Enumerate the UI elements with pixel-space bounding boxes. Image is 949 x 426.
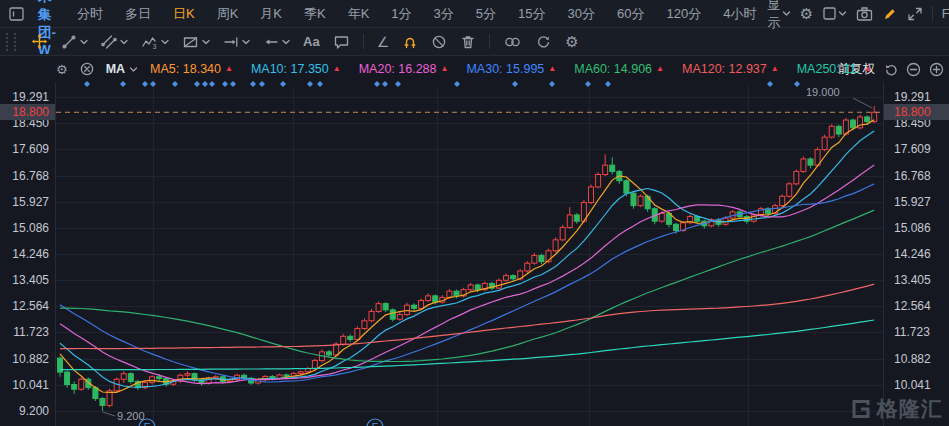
up-triangle-icon: ▲ — [548, 65, 556, 73]
period-tab-5分[interactable]: 5分 — [465, 5, 507, 23]
camera-icon[interactable] — [856, 6, 873, 22]
period-tab-季K[interactable]: 季K — [293, 5, 337, 23]
angle-tool[interactable]: ∠ — [377, 34, 390, 50]
period-tab-15分[interactable]: 15分 — [507, 5, 556, 23]
drawing-settings-tool[interactable]: ⚙ — [565, 34, 578, 49]
chevron-down-icon — [782, 9, 791, 18]
divider — [932, 6, 933, 21]
chevron-down-icon — [129, 65, 138, 74]
current-price-label: 18.800 — [884, 104, 949, 120]
indicator-bar: ⚙ MA MA5: 18.340▲MA10: 17.350▲MA20: 16.2… — [0, 56, 949, 82]
y-axis-label: 9.200 — [19, 404, 49, 418]
chevron-down-icon — [838, 9, 847, 18]
y-axis-label: 13.405 — [12, 273, 49, 287]
ma-item-MA60: MA60: 14.906▲ — [574, 62, 664, 76]
period-tab-120分[interactable]: 120分 — [655, 5, 712, 23]
period-tab-日K[interactable]: 日K — [162, 5, 206, 23]
ma-line-5 — [60, 120, 874, 393]
chevron-down-icon — [202, 38, 210, 46]
period-tab-周K[interactable]: 周K — [206, 5, 250, 23]
settings-gear-icon[interactable]: ⚙ — [800, 6, 813, 21]
ma-item-MA5: MA5: 18.340▲ — [150, 62, 233, 76]
arrow-left-tool[interactable] — [263, 34, 290, 50]
layout-dropdown[interactable] — [822, 6, 847, 21]
fullscreen-icon[interactable] — [907, 6, 923, 22]
text-tool[interactable]: Aa — [303, 34, 320, 49]
y-axis-label: 17.609 — [894, 142, 931, 156]
display-dropdown[interactable]: 显示 — [767, 0, 790, 32]
chevron-down-icon — [242, 38, 250, 46]
y-axis-label: 19.291 — [12, 90, 49, 104]
link-charts-tool[interactable] — [503, 34, 522, 50]
low-annotation: 9.200 — [117, 410, 145, 422]
ma-line-250 — [60, 320, 874, 370]
period-tab-3分[interactable]: 3分 — [423, 5, 465, 23]
f10-button[interactable]: F10 — [942, 6, 949, 21]
right-price-axis[interactable]: 19.29118.45017.60916.76815.92715.08614.2… — [884, 56, 949, 426]
delete-drawings-tool[interactable] — [460, 34, 476, 50]
svg-text:3: 3 — [153, 42, 157, 49]
trend-line-tool[interactable] — [61, 34, 88, 50]
period-tab-1分[interactable]: 1分 — [380, 5, 422, 23]
toolbar-drag-handle[interactable] — [6, 33, 16, 51]
left-price-axis[interactable]: 19.29118.45017.60916.76815.92715.08614.2… — [0, 56, 55, 426]
y-axis-label: 10.041 — [894, 378, 931, 392]
y-axis-label: 15.927 — [894, 195, 931, 209]
period-tab-60分[interactable]: 60分 — [606, 5, 655, 23]
period-tab-分时[interactable]: 分时 — [66, 5, 114, 23]
ma-line-60 — [60, 210, 874, 361]
current-price-label: 18.800 — [0, 104, 55, 120]
magnet-tool[interactable] — [402, 34, 418, 50]
indicator-close-icon[interactable] — [80, 62, 94, 76]
y-axis-label: 16.768 — [894, 169, 931, 183]
period-tab-4小时[interactable]: 4小时 — [712, 5, 767, 23]
top-toolbar: 小米集团-W 分时多日日K周K月K季K年K1分3分5分15分30分60分120分… — [0, 0, 949, 28]
y-axis-label: 10.882 — [12, 352, 49, 366]
period-tab-30分[interactable]: 30分 — [557, 5, 606, 23]
period-tab-多日[interactable]: 多日 — [114, 5, 162, 23]
period-tab-月K[interactable]: 月K — [249, 5, 293, 23]
high-annotation: 19.000 — [806, 86, 840, 98]
divider — [363, 34, 364, 49]
divider — [489, 34, 490, 49]
y-axis-label: 10.041 — [12, 378, 49, 392]
y-axis-label: 11.723 — [894, 325, 930, 339]
ma-values: MA5: 18.340▲MA10: 17.350▲MA20: 16.288▲MA… — [150, 62, 872, 76]
chevron-down-icon — [161, 38, 169, 46]
move-cross-tool[interactable] — [31, 33, 48, 50]
watermark-text: 格隆汇 — [877, 395, 943, 423]
y-axis-label: 11.723 — [13, 325, 49, 339]
up-triangle-icon: ▲ — [656, 65, 664, 73]
y-axis-label: 15.086 — [12, 221, 49, 235]
period-tab-年K[interactable]: 年K — [337, 5, 381, 23]
pattern-box-tool[interactable] — [182, 34, 210, 50]
y-axis-label: 17.609 — [12, 142, 49, 156]
channel-tool[interactable] — [101, 34, 128, 50]
indicator-settings-icon[interactable]: ⚙ — [56, 62, 68, 77]
period-tabs: 分时多日日K周K月K季K年K1分3分5分15分30分60分120分4小时 — [66, 5, 767, 23]
ma-group-dropdown[interactable]: MA — [106, 62, 138, 76]
pencil-icon[interactable] — [882, 6, 898, 22]
y-axis-label: 10.882 — [894, 352, 931, 366]
chevron-down-icon — [80, 38, 88, 46]
ray-tool[interactable] — [223, 34, 250, 50]
ma-item-MA30: MA30: 15.995▲ — [466, 62, 556, 76]
comment-tool[interactable] — [333, 34, 350, 50]
sync-tool[interactable] — [535, 34, 552, 50]
y-axis-label: 15.086 — [894, 221, 931, 235]
gridlines — [56, 82, 884, 426]
candlestick-chart[interactable]: 19.0009.200EE — [0, 56, 949, 426]
hide-drawings-tool[interactable] — [431, 34, 447, 50]
gelonghui-logo-icon — [850, 398, 872, 420]
chart-type-icon[interactable] — [8, 5, 26, 23]
ma-item-MA20: MA20: 16.288▲ — [359, 62, 449, 76]
y-axis-label: 15.927 — [12, 195, 49, 209]
y-axis-label: 14.246 — [894, 247, 931, 261]
chevron-down-icon — [282, 38, 290, 46]
up-triangle-icon: ▲ — [225, 65, 233, 73]
up-triangle-icon: ▲ — [864, 65, 872, 73]
candles — [58, 106, 877, 411]
y-axis-label: 12.564 — [12, 299, 49, 313]
wave-tool[interactable]: 3 — [141, 34, 169, 50]
svg-text:E: E — [144, 422, 151, 426]
